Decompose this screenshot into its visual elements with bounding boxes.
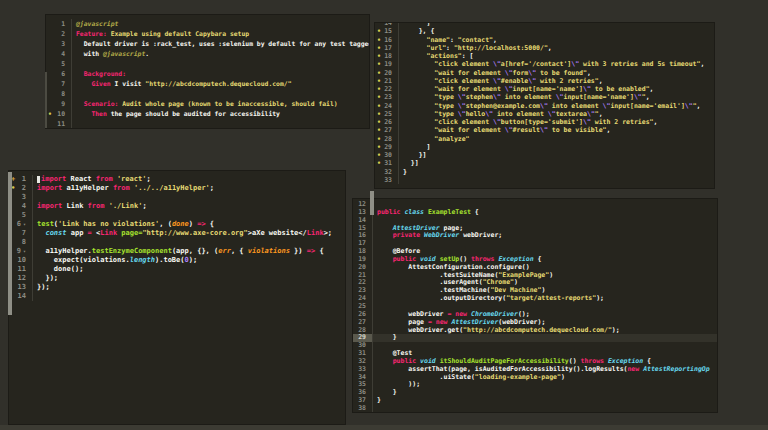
line-number: 38: [353, 405, 373, 413]
code-text: public void setUp() throws Exception {: [373, 256, 717, 264]
code-text: }: [373, 397, 717, 405]
changed-line-marker-icon: •: [377, 27, 381, 35]
code-text: }]: [399, 159, 714, 167]
code-line: 32}: [375, 168, 714, 176]
line-number: 33: [375, 176, 399, 184]
changed-line-marker-icon: •: [377, 102, 381, 110]
changed-line-marker-icon: •: [377, 60, 381, 68]
changed-line-marker-icon: •: [377, 126, 381, 134]
code-line: 29 }: [353, 334, 717, 342]
code-line: •19 "click element \"a[href='/contact']\…: [375, 60, 714, 68]
code-text: a11yHelper.testEnzymeComponent(app, {}, …: [33, 247, 345, 256]
code-text: assertThat(page, isAuditedForAccessibili…: [373, 366, 717, 374]
line-number: •2: [9, 184, 33, 193]
line-number: •28: [375, 135, 399, 143]
code-text: "click element \"button[type='submit']\"…: [399, 118, 714, 126]
code-text: done();: [33, 265, 345, 274]
code-text: public void itShouldAuditPageForAccessib…: [373, 358, 717, 366]
code-line: 7 const app = <Link page="http://www.axe…: [9, 229, 345, 238]
scrollbar[interactable]: [370, 191, 374, 215]
code-line: •27 "wait for element \"#result\" to be …: [375, 126, 714, 134]
line-number: 3: [46, 39, 72, 49]
code-lines: 14 ]•15 }, {•16 "name": "contact",•17 "u…: [375, 22, 714, 184]
code-text: import React from 'react';: [33, 175, 345, 184]
changed-line-marker-icon: •: [377, 151, 381, 159]
code-text: }: [373, 389, 717, 397]
code-text: "type \"stephen\" into element \"input[n…: [399, 93, 714, 101]
code-text: }]: [399, 151, 714, 159]
code-line: 13public class ExampleTest {: [353, 209, 717, 217]
code-line: •20 "wait for element \"form\" to be fou…: [375, 69, 714, 77]
code-line: 26 webDriver = new ChromeDriver();: [353, 311, 717, 319]
code-line: •22 "wait for element \"input[name='name…: [375, 85, 714, 93]
code-text: Given I visit "http://abcdcomputech.dequ…: [72, 79, 369, 89]
code-line: •23 "type \"stephen\" into element \"inp…: [375, 93, 714, 101]
bottom-edge-bar: [0, 425, 768, 430]
code-text: "type \"stephen@example.com\" into eleme…: [399, 102, 714, 110]
changed-line-marker-icon: •: [377, 110, 381, 118]
code-line: •17 "url": "http://localhost:5000/",: [375, 44, 714, 52]
code-lines: 1@javascript2Feature: Example using defa…: [46, 15, 369, 129]
code-line: 38: [353, 405, 717, 413]
code-text: .userAgent("Chrome"): [373, 279, 717, 287]
code-text: "click element \"a[href='/contact']\" wi…: [399, 60, 714, 68]
code-text: @Test: [373, 350, 717, 358]
code-text: ));: [373, 381, 717, 389]
code-line: 1@javascript: [46, 19, 369, 29]
code-line: 33: [375, 176, 714, 184]
changed-line-marker-icon: •: [377, 135, 381, 143]
code-text: page = new AttestDriver(webDriver);: [373, 319, 717, 327]
code-text: "name": "contact",: [399, 36, 714, 44]
code-panel-json-actions: 14 ]•15 }, {•16 "name": "contact",•17 "u…: [374, 22, 715, 189]
code-text: }: [399, 168, 714, 176]
code-text: AttestDriver page;: [373, 225, 717, 233]
code-text: Default driver is :rack_test, uses :sele…: [72, 39, 369, 49]
text-cursor: [37, 176, 40, 183]
code-line: 11 done();: [9, 265, 345, 274]
line-number: •25: [375, 110, 399, 118]
code-line: 4 with @javascript.: [46, 49, 369, 59]
fold-chevron-icon[interactable]: ▾: [23, 220, 26, 229]
code-line: 31 @Test: [353, 350, 717, 358]
code-line: •29 ]: [375, 143, 714, 151]
fold-chevron-icon[interactable]: ▾: [23, 247, 26, 256]
code-line: 15 AttestDriver page;: [353, 225, 717, 233]
code-text: with @javascript.: [72, 49, 369, 59]
code-line: 21 .testSuiteName("ExamplePage"): [353, 272, 717, 280]
code-line: 2Feature: Example using default Capybara…: [46, 29, 369, 39]
code-text: const app = <Link page="http://www.axe-c…: [33, 229, 345, 238]
code-line: 14: [9, 292, 345, 301]
code-line: 23 .testMachine("Dev Machine"): [353, 287, 717, 295]
line-number: 8: [46, 89, 72, 99]
code-text: @javascript: [72, 19, 369, 29]
line-number: 8: [9, 238, 33, 247]
code-line: 22 .userAgent("Chrome"): [353, 279, 717, 287]
code-line: 8: [46, 89, 369, 99]
code-line: •24 "type \"stephen@example.com\" into e…: [375, 102, 714, 110]
line-number: •10: [46, 109, 72, 119]
line-number: 9: [46, 99, 72, 109]
line-number: 13: [9, 283, 33, 292]
code-text: "click element \"#enable\" with 2 retrie…: [399, 77, 714, 85]
code-line: 28 webDriver.get("http://abcdcomputech.d…: [353, 327, 717, 335]
code-line: •31 }]: [375, 159, 714, 167]
changed-line-marker-icon: •: [377, 69, 381, 77]
code-line: 36 }: [353, 389, 717, 397]
code-line: 5: [9, 211, 345, 220]
code-text: });: [33, 283, 345, 292]
code-line: 12 });: [9, 274, 345, 283]
code-text: @Before: [373, 248, 717, 256]
code-line: 4import Link from './Link';: [9, 202, 345, 211]
code-text: Scenario: Audit whole page (known to be …: [72, 99, 369, 109]
code-text: "actions": [: [399, 52, 714, 60]
code-line: 6 Background:: [46, 69, 369, 79]
scrollbar[interactable]: [45, 72, 47, 128]
code-line: 19 public void setUp() throws Exception …: [353, 256, 717, 264]
line-number: •26: [375, 118, 399, 126]
code-line: •28 "analyze": [375, 135, 714, 143]
code-text: ]: [399, 143, 714, 151]
scrollbar[interactable]: [8, 172, 12, 315]
code-text: expect(violations.length).toBe(0);: [33, 256, 345, 265]
line-number: •17: [375, 44, 399, 52]
code-line: 24 .outputDirectory("target/attest-repor…: [353, 295, 717, 303]
